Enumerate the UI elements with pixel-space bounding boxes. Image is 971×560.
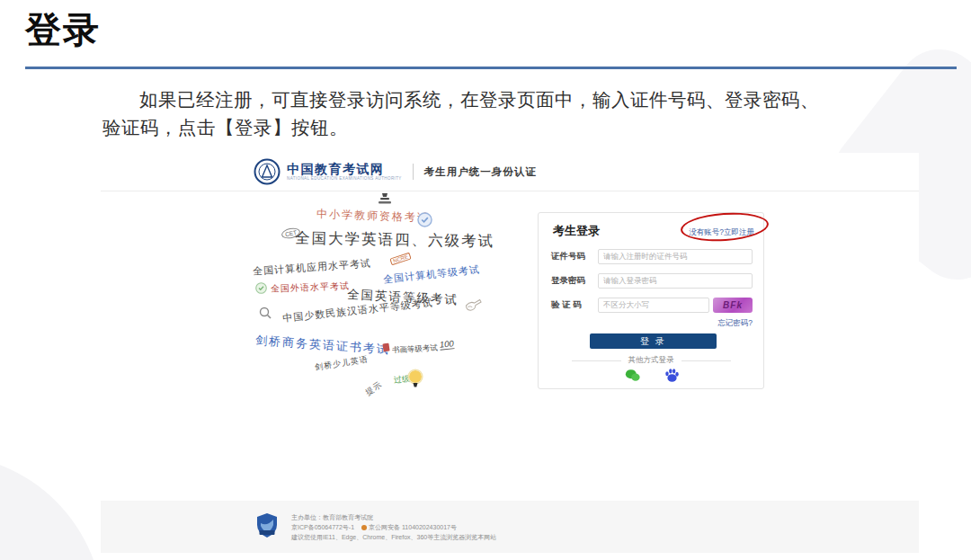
wechat-login-icon[interactable] xyxy=(625,368,640,383)
stamp-icon xyxy=(378,192,392,205)
footer-registration: 京ICP备05064772号-1京公网安备 11040202430017号 xyxy=(291,522,496,532)
footer-browser-tip: 建议您使用IE11、Edge、Chrome、Firefox、360等主流浏览器浏… xyxy=(291,532,496,542)
check-circle-blue-icon xyxy=(417,212,432,227)
other-login-label: 其他方式登录 xyxy=(539,355,763,366)
footer-organizer: 主办单位：教育部教育考试院 xyxy=(291,512,496,522)
site-footer: 主办单位：教育部教育考试院 京ICP备05064772号-1京公网安备 1104… xyxy=(101,501,919,553)
id-number-input[interactable] xyxy=(598,249,753,264)
baidu-login-icon[interactable] xyxy=(664,368,680,383)
red-seal-icon xyxy=(382,343,389,352)
wordcloud-exam: 全国计算机等级考试 xyxy=(383,262,481,286)
login-button[interactable]: 登 录 xyxy=(590,333,717,349)
footer-text: 主办单位：教育部教育考试院 京ICP备05064772号-1京公网安备 1104… xyxy=(291,512,496,542)
magnifier-icon xyxy=(259,307,272,319)
site-logo: 中国教育考试网 NATIONAL EDUCATION EXAMINATIONS … xyxy=(254,158,537,185)
wordcloud-exam: 中小学教师资格考试 xyxy=(316,207,431,226)
captcha-input[interactable] xyxy=(598,298,709,313)
wordcloud-exam: 剑桥商务英语证书考试 xyxy=(255,333,391,358)
captcha-label: 验 证 码 xyxy=(551,299,598,311)
footer-police: 京公网安备 11040202430017号 xyxy=(369,524,457,530)
neea-logo-icon xyxy=(254,158,281,185)
wordcloud-exam: 书画等级考试 xyxy=(392,343,439,357)
login-panel-title: 考生登录 xyxy=(553,223,600,239)
footer-icp: 京ICP备05064772号-1 xyxy=(291,524,354,530)
security-badge-icon xyxy=(257,513,277,538)
register-link[interactable]: 没有账号?立即注册 xyxy=(689,227,754,238)
body-text: 如果已经注册，可直接登录访问系统，在登录页面中，输入证件号码、登录密码、验证码，… xyxy=(102,86,827,142)
ncre-badge: NCRE xyxy=(389,253,411,266)
check-circle-green-icon xyxy=(255,282,267,294)
logo-name-en: NATIONAL EDUCATION EXAMINATIONS AUTHORIT… xyxy=(287,176,402,181)
police-badge-icon xyxy=(361,525,367,530)
password-label: 登录密码 xyxy=(551,275,598,287)
password-input[interactable] xyxy=(598,273,753,289)
title-rule xyxy=(25,67,957,69)
logo-name-cn: 中国教育考试网 xyxy=(287,163,402,176)
website-screenshot: 中国教育考试网 NATIONAL EDUCATION EXAMINATIONS … xyxy=(101,153,919,553)
forgot-password-link[interactable]: 忘记密码? xyxy=(717,318,753,329)
captcha-row: 验 证 码 BFk xyxy=(551,297,753,313)
lightbulb-icon xyxy=(407,369,423,390)
header-subtitle: 考生用户统一身份认证 xyxy=(424,165,537,179)
wordcloud-note: 提示 xyxy=(363,378,385,398)
id-number-row: 证件号码 xyxy=(551,248,753,264)
password-row: 登录密码 xyxy=(551,272,753,289)
wordcloud-exam: 全国大学英语四、六级考试 xyxy=(295,228,494,252)
login-panel: 考生登录 没有账号?立即注册 证件号码 登录密码 验 证 码 BFk 忘记密码?… xyxy=(538,212,764,389)
logo-text: 中国教育考试网 NATIONAL EDUCATION EXAMINATIONS … xyxy=(287,163,402,181)
id-number-label: 证件号码 xyxy=(551,251,598,262)
wordcloud-exam: 全国计算机应用水平考试 xyxy=(253,256,372,278)
wordcloud-score: 100 xyxy=(439,338,454,351)
site-header: 中国教育考试网 NATIONAL EDUCATION EXAMINATIONS … xyxy=(101,153,919,191)
decor-blob-bottom-left xyxy=(0,454,103,560)
hand-pen-sketch-icon xyxy=(462,293,486,317)
wordcloud-exam: 全国外语水平考试 xyxy=(271,280,350,295)
captcha-image[interactable]: BFk xyxy=(713,298,753,313)
wordcloud-exam: 剑桥少儿英语 xyxy=(314,353,369,373)
page-title: 登录 xyxy=(25,5,101,55)
header-divider xyxy=(413,164,414,180)
slide: 登录 如果已经注册，可直接登录访问系统，在登录页面中，输入证件号码、登录密码、验… xyxy=(0,0,971,560)
